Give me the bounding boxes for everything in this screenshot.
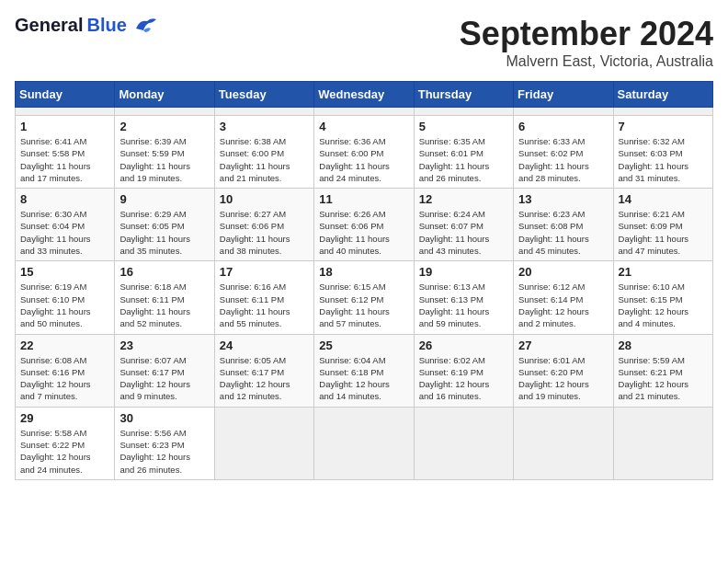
day-number: 16 [119,265,209,279]
day-info: Sunrise: 6:21 AM Sunset: 6:09 PM Dayligh… [619,208,708,257]
day-info: Sunrise: 6:38 AM Sunset: 6:00 PM Dayligh… [220,135,309,184]
page-header: General Blue September 2024 Malvern East… [15,15,713,70]
day-number: 26 [419,339,508,352]
day-number: 24 [220,339,309,352]
calendar-cell [214,407,313,479]
day-number: 13 [518,192,608,206]
day-number: 27 [518,339,608,352]
logo-blue-text: Blue [86,15,126,36]
day-number: 4 [319,120,408,133]
day-number: 1 [20,120,109,133]
month-title: September 2024 [460,15,713,53]
calendar-cell: 10Sunrise: 6:27 AM Sunset: 6:06 PM Dayli… [214,189,313,261]
day-info: Sunrise: 6:36 AM Sunset: 6:00 PM Dayligh… [319,135,408,184]
day-of-week-header: Wednesday [314,82,414,108]
day-number: 12 [419,192,508,206]
day-info: Sunrise: 6:23 AM Sunset: 6:08 PM Dayligh… [518,208,608,257]
day-info: Sunrise: 6:01 AM Sunset: 6:20 PM Dayligh… [518,354,608,403]
calendar-cell: 5Sunrise: 6:35 AM Sunset: 6:01 PM Daylig… [414,116,513,189]
day-of-week-header: Monday [115,82,214,108]
logo-bird-icon [132,16,158,36]
calendar-week-row: 8Sunrise: 6:30 AM Sunset: 6:04 PM Daylig… [16,189,713,261]
calendar-cell: 21Sunrise: 6:10 AM Sunset: 6:15 PM Dayli… [613,261,712,334]
day-info: Sunrise: 6:35 AM Sunset: 6:01 PM Dayligh… [419,135,508,184]
day-info: Sunrise: 6:10 AM Sunset: 6:15 PM Dayligh… [619,281,708,329]
day-info: Sunrise: 6:29 AM Sunset: 6:05 PM Dayligh… [119,208,209,257]
calendar-cell: 30Sunrise: 5:56 AM Sunset: 6:23 PM Dayli… [115,407,214,479]
calendar-cell: 1Sunrise: 6:41 AM Sunset: 5:58 PM Daylig… [16,116,115,189]
day-info: Sunrise: 6:18 AM Sunset: 6:11 PM Dayligh… [119,281,209,329]
day-of-week-header: Sunday [16,82,115,108]
day-info: Sunrise: 6:05 AM Sunset: 6:17 PM Dayligh… [220,354,309,403]
logo-general-text: General [15,15,83,36]
calendar-cell: 26Sunrise: 6:02 AM Sunset: 6:19 PM Dayli… [414,334,513,407]
day-info: Sunrise: 6:19 AM Sunset: 6:10 PM Dayligh… [20,281,109,329]
day-number: 18 [319,265,408,279]
calendar-cell: 4Sunrise: 6:36 AM Sunset: 6:00 PM Daylig… [314,116,414,189]
day-number: 29 [20,411,109,425]
calendar-cell [414,407,513,479]
day-number: 10 [220,192,309,206]
calendar-cell: 15Sunrise: 6:19 AM Sunset: 6:10 PM Dayli… [16,261,115,334]
day-of-week-header: Saturday [613,82,712,108]
title-block: September 2024 Malvern East, Victoria, A… [460,15,713,70]
calendar-cell: 6Sunrise: 6:33 AM Sunset: 6:02 PM Daylig… [514,116,613,189]
calendar-week-row: 22Sunrise: 6:08 AM Sunset: 6:16 PM Dayli… [16,334,713,407]
calendar-cell [414,108,513,116]
day-number: 9 [119,192,209,206]
calendar-cell: 29Sunrise: 5:58 AM Sunset: 6:22 PM Dayli… [16,407,115,479]
day-info: Sunrise: 6:30 AM Sunset: 6:04 PM Dayligh… [20,208,109,257]
day-number: 5 [419,120,508,133]
calendar-header-row: SundayMondayTuesdayWednesdayThursdayFrid… [16,82,713,108]
calendar-cell: 11Sunrise: 6:26 AM Sunset: 6:06 PM Dayli… [314,189,414,261]
day-of-week-header: Thursday [414,82,513,108]
calendar-cell: 22Sunrise: 6:08 AM Sunset: 6:16 PM Dayli… [16,334,115,407]
day-number: 2 [119,120,209,133]
day-number: 17 [220,265,309,279]
day-info: Sunrise: 5:59 AM Sunset: 6:21 PM Dayligh… [619,354,708,403]
day-number: 25 [319,339,408,352]
day-number: 7 [619,120,708,133]
calendar-cell [314,108,414,116]
calendar-cell [613,407,712,479]
day-info: Sunrise: 6:12 AM Sunset: 6:14 PM Dayligh… [518,281,608,329]
day-of-week-header: Tuesday [214,82,313,108]
calendar-cell: 18Sunrise: 6:15 AM Sunset: 6:12 PM Dayli… [314,261,414,334]
calendar-cell [314,407,414,479]
day-number: 30 [119,411,209,425]
day-number: 8 [20,192,109,206]
logo: General Blue [15,15,158,36]
calendar-cell [214,108,313,116]
calendar-cell: 23Sunrise: 6:07 AM Sunset: 6:17 PM Dayli… [115,334,214,407]
day-info: Sunrise: 6:04 AM Sunset: 6:18 PM Dayligh… [319,354,408,403]
calendar-cell: 16Sunrise: 6:18 AM Sunset: 6:11 PM Dayli… [115,261,214,334]
calendar-cell [514,407,613,479]
day-info: Sunrise: 6:41 AM Sunset: 5:58 PM Dayligh… [20,135,109,184]
day-info: Sunrise: 6:39 AM Sunset: 5:59 PM Dayligh… [119,135,209,184]
day-number: 21 [619,265,708,279]
location-title: Malvern East, Victoria, Australia [460,53,713,70]
calendar-cell: 28Sunrise: 5:59 AM Sunset: 6:21 PM Dayli… [613,334,712,407]
day-info: Sunrise: 6:27 AM Sunset: 6:06 PM Dayligh… [220,208,309,257]
calendar-cell: 12Sunrise: 6:24 AM Sunset: 6:07 PM Dayli… [414,189,513,261]
day-info: Sunrise: 5:58 AM Sunset: 6:22 PM Dayligh… [20,427,109,476]
calendar-cell: 14Sunrise: 6:21 AM Sunset: 6:09 PM Dayli… [613,189,712,261]
day-info: Sunrise: 6:13 AM Sunset: 6:13 PM Dayligh… [419,281,508,329]
day-number: 15 [20,265,109,279]
day-number: 11 [319,192,408,206]
calendar-cell: 20Sunrise: 6:12 AM Sunset: 6:14 PM Dayli… [514,261,613,334]
calendar-cell: 7Sunrise: 6:32 AM Sunset: 6:03 PM Daylig… [613,116,712,189]
day-number: 19 [419,265,508,279]
day-info: Sunrise: 6:15 AM Sunset: 6:12 PM Dayligh… [319,281,408,329]
day-number: 6 [518,120,608,133]
calendar-table: SundayMondayTuesdayWednesdayThursdayFrid… [15,81,713,480]
day-of-week-header: Friday [514,82,613,108]
day-number: 23 [119,339,209,352]
day-info: Sunrise: 6:08 AM Sunset: 6:16 PM Dayligh… [20,354,109,403]
calendar-cell: 9Sunrise: 6:29 AM Sunset: 6:05 PM Daylig… [115,189,214,261]
calendar-cell: 17Sunrise: 6:16 AM Sunset: 6:11 PM Dayli… [214,261,313,334]
day-info: Sunrise: 6:16 AM Sunset: 6:11 PM Dayligh… [220,281,309,329]
calendar-cell: 24Sunrise: 6:05 AM Sunset: 6:17 PM Dayli… [214,334,313,407]
calendar-cell: 27Sunrise: 6:01 AM Sunset: 6:20 PM Dayli… [514,334,613,407]
day-info: Sunrise: 6:33 AM Sunset: 6:02 PM Dayligh… [518,135,608,184]
